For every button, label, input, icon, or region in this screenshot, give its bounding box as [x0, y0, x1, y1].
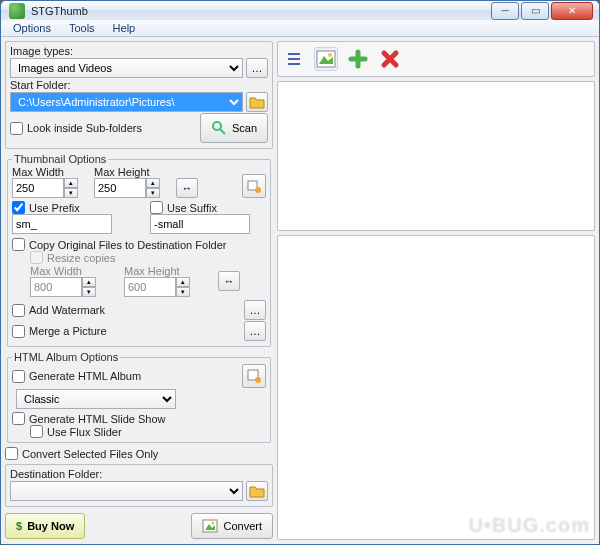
- watermark-settings-button[interactable]: …: [244, 300, 266, 320]
- menu-help[interactable]: Help: [105, 20, 144, 36]
- copy-max-width-spinner: ▴▾: [30, 277, 96, 297]
- svg-point-3: [255, 187, 261, 193]
- use-prefix-checkbox[interactable]: Use Prefix: [12, 201, 130, 214]
- x-icon: [380, 49, 400, 69]
- html-album-panel: HTML Album Options Generate HTML Album C…: [7, 351, 271, 443]
- image-types-more-button[interactable]: …: [246, 58, 268, 78]
- app-window: STGThumb ─ ▭ ✕ Options Tools Help Image …: [0, 0, 600, 545]
- preview-toolbar: [277, 41, 595, 77]
- copy-max-height-input: [124, 277, 176, 297]
- copy-max-height-label: Max Height: [124, 265, 190, 277]
- destination-folder-label: Destination Folder:: [10, 468, 268, 480]
- max-width-spinner[interactable]: ▴▾: [12, 178, 78, 198]
- app-icon: [9, 3, 25, 19]
- settings-icon: [246, 178, 262, 194]
- copy-original-checkbox[interactable]: Copy Original Files to Destination Folde…: [12, 238, 266, 251]
- scan-icon: [211, 120, 227, 136]
- copy-aspect-lock-button: ↔: [218, 271, 240, 291]
- svg-point-14: [328, 53, 332, 57]
- max-height-input[interactable]: [94, 178, 146, 198]
- start-folder-label: Start Folder:: [10, 79, 268, 91]
- picture-icon: [316, 50, 336, 68]
- max-width-input[interactable]: [12, 178, 64, 198]
- use-flux-slider-checkbox[interactable]: Use Flux Slider: [12, 425, 266, 438]
- destination-folder-select[interactable]: [10, 481, 243, 501]
- scan-button[interactable]: Scan: [200, 113, 268, 143]
- client-area: Image types: Images and Videos … Start F…: [1, 37, 599, 544]
- source-panel: Image types: Images and Videos … Start F…: [5, 41, 273, 149]
- add-button[interactable]: [346, 47, 370, 71]
- copy-max-width-input: [30, 277, 82, 297]
- start-folder-select[interactable]: C:\Users\Administrator\Pictures\: [10, 92, 243, 112]
- list-icon: [284, 49, 304, 69]
- spin-up[interactable]: ▴: [64, 178, 78, 188]
- svg-line-1: [220, 129, 225, 134]
- html-album-settings-button[interactable]: [242, 364, 266, 388]
- plus-icon: [348, 49, 368, 69]
- copy-max-width-label: Max Width: [30, 265, 96, 277]
- thumbnail-options-panel: Thumbnail Options Max Width ▴▾ Max Heigh…: [7, 153, 271, 347]
- prefix-input[interactable]: [12, 214, 112, 234]
- convert-selected-only-checkbox[interactable]: Convert Selected Files Only: [5, 447, 273, 460]
- remove-button[interactable]: [378, 47, 402, 71]
- minimize-button[interactable]: ─: [491, 2, 519, 20]
- look-inside-subfolders-checkbox[interactable]: Look inside Sub-folders: [10, 122, 142, 135]
- spin-down[interactable]: ▾: [64, 188, 78, 198]
- list-view-button[interactable]: [282, 47, 306, 71]
- copy-max-height-spinner: ▴▾: [124, 277, 190, 297]
- max-height-spinner[interactable]: ▴▾: [94, 178, 160, 198]
- folder-icon: [249, 484, 265, 498]
- album-style-select[interactable]: Classic: [16, 389, 176, 409]
- svg-point-5: [255, 377, 261, 383]
- spin-down[interactable]: ▾: [146, 188, 160, 198]
- html-album-legend: HTML Album Options: [12, 351, 120, 363]
- browse-destination-button[interactable]: [246, 481, 268, 501]
- folder-icon: [249, 95, 265, 109]
- aspect-lock-button[interactable]: ↔: [176, 178, 198, 198]
- maximize-button[interactable]: ▭: [521, 2, 549, 20]
- thumbnail-settings-button[interactable]: [242, 174, 266, 198]
- convert-button[interactable]: Convert: [191, 513, 273, 539]
- image-types-select[interactable]: Images and Videos: [10, 58, 243, 78]
- window-buttons: ─ ▭ ✕: [491, 2, 593, 20]
- thumbnail-options-legend: Thumbnail Options: [12, 153, 108, 165]
- generate-html-album-checkbox[interactable]: Generate HTML Album: [12, 370, 141, 383]
- close-button[interactable]: ✕: [551, 2, 593, 20]
- menubar: Options Tools Help: [1, 20, 599, 37]
- browse-start-folder-button[interactable]: [246, 92, 268, 112]
- thumbnail-view-button[interactable]: [314, 47, 338, 71]
- spin-up[interactable]: ▴: [146, 178, 160, 188]
- menu-options[interactable]: Options: [5, 20, 59, 36]
- left-pane: Image types: Images and Videos … Start F…: [5, 41, 273, 540]
- right-pane: [277, 41, 595, 540]
- svg-point-8: [212, 522, 215, 525]
- add-watermark-checkbox[interactable]: Add Watermark: [12, 304, 105, 317]
- merge-picture-checkbox[interactable]: Merge a Picture: [12, 325, 107, 338]
- dollar-icon: $: [16, 520, 22, 532]
- image-types-label: Image types:: [10, 45, 268, 57]
- svg-point-0: [213, 122, 221, 130]
- max-width-label: Max Width: [12, 166, 78, 178]
- destination-panel: Destination Folder:: [5, 464, 273, 507]
- titlebar: STGThumb ─ ▭ ✕: [1, 1, 599, 20]
- buy-now-button[interactable]: $ Buy Now: [5, 513, 85, 539]
- menu-tools[interactable]: Tools: [61, 20, 103, 36]
- album-settings-icon: [246, 368, 262, 384]
- max-height-label: Max Height: [94, 166, 160, 178]
- window-title: STGThumb: [31, 5, 491, 17]
- preview-area[interactable]: [277, 235, 595, 540]
- picture-icon: [202, 519, 218, 533]
- resize-copies-checkbox: Resize copies: [30, 251, 266, 264]
- generate-slideshow-checkbox[interactable]: Generate HTML Slide Show: [12, 412, 266, 425]
- file-list-area[interactable]: [277, 81, 595, 231]
- use-suffix-checkbox[interactable]: Use Suffix: [150, 201, 250, 214]
- merge-settings-button[interactable]: …: [244, 321, 266, 341]
- suffix-input[interactable]: [150, 214, 250, 234]
